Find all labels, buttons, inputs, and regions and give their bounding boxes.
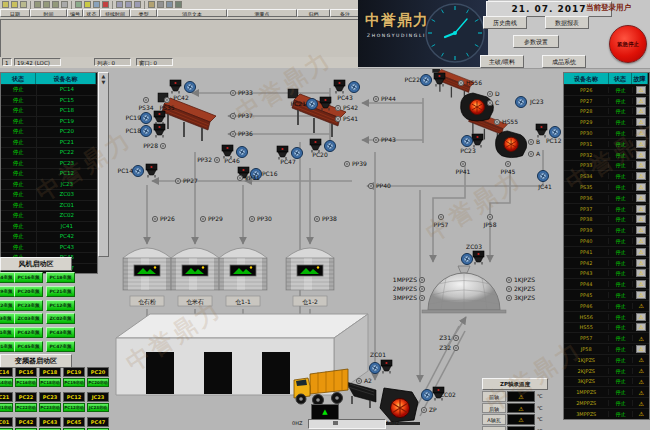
alarm-col-10[interactable]: 备注 [330,9,360,17]
tile-start-button[interactable]: PC12启动 [63,403,85,412]
warning-icon[interactable]: ⚠ [636,129,646,137]
device-row[interactable]: HS55停止⚠ [564,322,649,333]
machine-ZC02[interactable]: ZC02 [422,387,457,401]
alarm-col-5[interactable]: 持续时间 [100,9,130,17]
warning-icon[interactable]: ⚠ [636,118,646,126]
device-row[interactable]: 停止PC20 [1,126,97,137]
machine-PC42[interactable]: PC42 [170,80,196,101]
tile-start-button[interactable]: PC21启动 [0,403,13,412]
mail-icon[interactable] [148,1,155,8]
device-row[interactable]: PP42停止⚠ [564,257,649,268]
vfd-button-ZC02变频[interactable]: ZC02变频 [46,313,75,324]
edit-pen-icon[interactable] [61,1,68,8]
tile-start-button[interactable]: PC23启动 [39,403,61,412]
warning-icon[interactable]: ⚠ [636,172,646,180]
run-icon[interactable] [175,1,182,8]
warning-icon[interactable]: ⚠ [638,389,643,396]
device-row[interactable]: 停止PC22 [1,147,97,158]
device-row[interactable]: 停止PC12 [1,168,97,179]
device-row[interactable]: 停止JC23 [1,179,97,190]
warning-icon[interactable]: ⚠ [638,367,643,374]
warning-icon[interactable]: ⚠ [636,280,646,288]
machine-PC18[interactable]: PC18 [126,124,165,138]
device-row[interactable]: 停止PC15 [1,95,97,106]
warning-icon[interactable]: ⚠ [636,323,646,331]
warning-icon[interactable]: ⚠ [636,269,646,277]
tile-start-button[interactable]: PC20启动 [87,378,109,387]
frequency-slider[interactable] [308,419,386,429]
device-row[interactable]: 停止PC19 [1,116,97,127]
device-row[interactable]: PP39停止⚠ [564,224,649,235]
device-row[interactable]: PS34停止⚠ [564,170,649,181]
device-row[interactable]: PP46停止⚠ [564,300,649,311]
alarm-col-2[interactable]: 时间 [30,9,67,17]
vfd-button-PC20变频[interactable]: PC20变频 [14,286,43,297]
sort-icon[interactable] [166,1,173,8]
device-row[interactable]: 停止ZC01 [1,200,97,211]
device-row[interactable]: PP29停止⚠ [564,116,649,127]
tile-start-button[interactable]: PC16启动 [15,378,37,387]
machine-PC14[interactable]: PC14 [118,164,157,178]
vfd-button-PC47变频[interactable]: PC47变频 [46,341,75,352]
product-system-button[interactable]: 成品系统 [542,55,586,68]
export-doc-icon[interactable] [20,1,27,8]
warning-icon[interactable]: ⚠ [636,151,646,159]
machine-JC41[interactable]: JC41 [537,171,552,192]
device-row[interactable]: 停止JC41 [1,221,97,232]
grid-c-icon[interactable] [134,1,141,8]
device-row[interactable]: 停止PC14 [1,84,97,95]
list-view-icon[interactable] [75,1,82,8]
warning-icon[interactable]: ⚠ [636,183,646,191]
warning-icon[interactable]: ⚠ [636,161,646,169]
warning-icon[interactable]: ⚠ [638,378,643,385]
filter-a-icon[interactable] [34,1,41,8]
warning-icon[interactable]: ⚠ [636,248,646,256]
device-row[interactable]: PP44停止⚠ [564,278,649,289]
warning-icon[interactable]: ⚠ [638,400,643,407]
warning-icon[interactable]: ⚠ [636,205,646,213]
refresh-icon[interactable] [93,1,100,8]
device-row[interactable]: 停止ZC03 [1,189,97,200]
device-row[interactable]: PP33停止⚠ [564,160,649,171]
device-row[interactable]: PP41停止⚠ [564,246,649,257]
vfd-button-PC23变频[interactable]: PC23变频 [14,300,43,311]
device-row[interactable]: 2KJPZS停止⚠ [564,365,649,376]
device-row[interactable]: PP26停止⚠ [564,84,649,95]
machine-PC46[interactable]: PC46 [222,145,248,164]
warning-icon[interactable]: ⚠ [636,259,646,267]
stop-update-icon[interactable] [102,1,109,8]
history-curve-button[interactable]: 历史曲线 [483,16,527,29]
vfd-button-PC21变频[interactable]: PC21变频 [46,286,75,297]
device-row[interactable]: 2MPPZS停止⚠ [564,397,649,408]
warning-icon[interactable]: ⚠ [636,215,646,223]
device-row[interactable]: PP37停止⚠ [564,203,649,214]
vfd-button-ZC03变频[interactable]: ZC03变频 [14,313,43,324]
tile-start-button[interactable]: PC18启动 [39,378,61,387]
warning-icon[interactable]: ⚠ [636,194,646,202]
device-row[interactable]: PP31停止⚠ [564,138,649,149]
device-row[interactable]: PP30停止⚠ [564,127,649,138]
alarm-col-6[interactable]: 类型 [130,9,157,17]
tile-start-button[interactable]: JC23启动 [87,403,109,412]
vfd-button-PC16变频[interactable]: PC16变频 [14,272,43,283]
machine-JC23[interactable]: JC23 [516,97,544,108]
alarm-col-3[interactable]: 编号 [67,9,83,17]
alarm-col-9[interactable]: 归档 [297,9,330,17]
device-row[interactable]: PP36停止⚠ [564,192,649,203]
warning-icon[interactable]: ⚠ [638,356,643,363]
tile-start-button[interactable]: PC19启动 [63,378,85,387]
warning-icon[interactable]: ⚠ [636,86,646,94]
warning-icon[interactable]: ⚠ [638,302,643,309]
help-icon[interactable] [84,1,91,8]
vfd-button-PC43变频[interactable]: PC43变频 [46,327,75,338]
device-row[interactable]: 停止PC42 [1,231,97,242]
warning-icon[interactable]: ⚠ [638,335,643,342]
warning-icon[interactable]: ⚠ [636,345,646,353]
device-row[interactable]: PP27停止⚠ [564,95,649,106]
device-row[interactable]: JP58停止⚠ [564,343,649,354]
device-row[interactable]: 停止PC21 [1,137,97,148]
vfd-button-PC42变频[interactable]: PC42变频 [14,327,43,338]
device-row[interactable]: 停止PC18 [1,105,97,116]
machine-ZC01[interactable]: ZC01 [370,351,393,374]
vfd-button-PC12变频[interactable]: PC12变频 [46,300,75,311]
